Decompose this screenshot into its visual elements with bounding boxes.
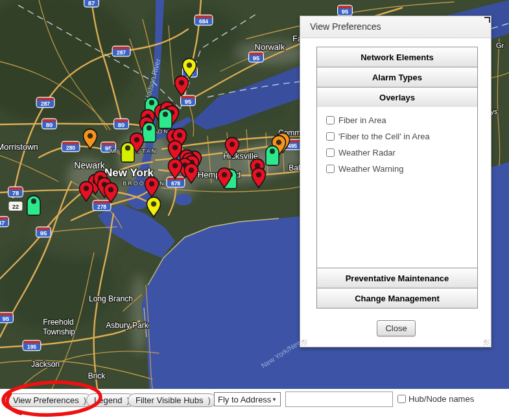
app-window: 8768428728780809595959595280782287959519…	[0, 0, 509, 420]
overlay-option-weather-radar[interactable]: Weather Radar	[326, 148, 477, 158]
map-label: Long Branch	[89, 294, 133, 303]
close-button[interactable]: Close	[377, 320, 415, 336]
highway-shield: 95	[248, 52, 264, 63]
svg-text:78: 78	[12, 189, 19, 196]
highway-shield: 287	[112, 46, 131, 57]
svg-text:87: 87	[88, 0, 95, 6]
hub-node-names-checkbox[interactable]	[397, 395, 406, 403]
map-marker-hub[interactable]	[159, 109, 172, 128]
overlay-option-label: Weather Radar	[338, 148, 396, 158]
map-marker-hub[interactable]	[266, 146, 279, 165]
svg-text:22: 22	[12, 204, 19, 210]
highway-shield: 87	[84, 0, 99, 8]
view-preferences-button[interactable]: View Preferences )	[5, 393, 92, 407]
map-label: Township	[43, 327, 75, 336]
highway-shield: 22	[8, 202, 23, 211]
map-marker-hub[interactable]	[143, 122, 156, 142]
button-label: Legend	[94, 395, 122, 405]
highway-shield: 280	[62, 141, 80, 152]
highway-shield: 195	[23, 340, 41, 351]
preferences-accordion: Network Elements Alarm Types Overlays Fi…	[316, 47, 478, 309]
button-label: Filter Visible Hubs	[136, 395, 204, 405]
highway-shield: 80	[113, 119, 129, 130]
svg-text:87: 87	[0, 219, 5, 226]
overlay-option-fiber-in-area[interactable]: Fiber in Area	[326, 115, 477, 125]
chevron-down-icon: ▼	[272, 397, 277, 402]
button-label: View Preferences	[13, 395, 79, 405]
section-network-elements[interactable]: Network Elements	[316, 47, 478, 67]
svg-text:280: 280	[66, 145, 75, 151]
svg-text:80: 80	[46, 121, 53, 128]
overlay-option-label: 'Fiber to the Cell' in Area	[338, 132, 430, 141]
svg-text:80: 80	[118, 121, 125, 128]
map-label: New York	[104, 167, 154, 179]
highway-shield: 80	[41, 119, 57, 130]
highway-shield: 87	[0, 216, 9, 228]
weather-radar-checkbox[interactable]	[326, 148, 335, 157]
map-marker-hub[interactable]	[121, 143, 134, 162]
overlay-option-fiber-to-cell[interactable]: 'Fiber to the Cell' in Area	[326, 132, 477, 141]
fly-to-selected-value: Fly to Address	[218, 395, 271, 404]
dialog-titlebar[interactable]: View Preferences	[300, 16, 491, 38]
svg-text:287: 287	[41, 100, 50, 107]
map-marker-hub[interactable]	[27, 196, 40, 215]
button-cap: )	[208, 395, 211, 405]
overlay-option-label: Weather Warning	[338, 164, 403, 174]
map-label: Morristown	[0, 142, 38, 152]
highway-shield: 95	[0, 312, 14, 323]
highway-shield: 278	[93, 200, 112, 211]
map-label: Gr	[496, 41, 504, 49]
svg-text:678: 678	[171, 180, 180, 187]
svg-text:278: 278	[97, 204, 106, 210]
section-preventative-maintenance[interactable]: Preventative Maintenance	[316, 268, 478, 288]
svg-text:95: 95	[40, 229, 47, 237]
weather-warning-checkbox[interactable]	[326, 165, 335, 173]
highway-shield: 95	[180, 95, 196, 106]
fiber-in-area-checkbox[interactable]	[326, 116, 335, 124]
map-label: Jackson	[31, 360, 60, 369]
highway-shield: 684	[195, 15, 213, 26]
map-label: Newark	[74, 160, 105, 170]
hub-node-names-label: Hub/Node names	[408, 394, 474, 404]
highway-shield: 287	[36, 97, 55, 108]
section-alarm-types[interactable]: Alarm Types	[316, 67, 478, 88]
view-preferences-dialog: View Preferences Network Elements Alarm …	[300, 16, 491, 347]
svg-text:95: 95	[3, 315, 10, 322]
dialog-title: View Preferences	[310, 21, 381, 32]
map-label: ys	[491, 108, 499, 115]
filter-visible-hubs-button[interactable]: Filter Visible Hubs )	[128, 393, 217, 407]
overlay-option-label: Fiber in Area	[338, 115, 386, 125]
fly-to-select[interactable]: Fly to Address ▼	[214, 392, 281, 406]
svg-text:95: 95	[342, 8, 349, 15]
section-overlays[interactable]: Overlays	[316, 87, 478, 108]
svg-text:684: 684	[199, 18, 208, 25]
highway-shield: 95	[36, 227, 51, 238]
overlays-panel: Fiber in Area 'Fiber to the Cell' in Are…	[316, 107, 478, 268]
map-label: Norwalk	[255, 42, 285, 52]
bottom-toolbar: View Preferences ) Legend ) Filter Visib…	[0, 389, 509, 420]
overlay-option-weather-warning[interactable]: Weather Warning	[326, 164, 477, 174]
svg-text:287: 287	[117, 49, 126, 56]
svg-text:95: 95	[253, 54, 260, 62]
address-input[interactable]	[285, 391, 393, 407]
svg-text:95: 95	[185, 98, 192, 105]
resize-handle-se-icon[interactable]	[484, 340, 490, 345]
highway-shield: 95	[337, 5, 353, 16]
highway-shield: 78	[8, 187, 23, 198]
map-label: Freehold	[43, 318, 73, 327]
fiber-to-cell-checkbox[interactable]	[326, 132, 335, 141]
section-change-management[interactable]: Change Management	[316, 288, 478, 309]
resize-handle-ne-icon[interactable]	[484, 17, 490, 23]
map-label: Asbury Park	[106, 321, 148, 330]
resize-handle-sw-icon[interactable]	[302, 340, 307, 345]
svg-text:195: 195	[27, 344, 36, 350]
map-label: Brick	[88, 371, 106, 380]
